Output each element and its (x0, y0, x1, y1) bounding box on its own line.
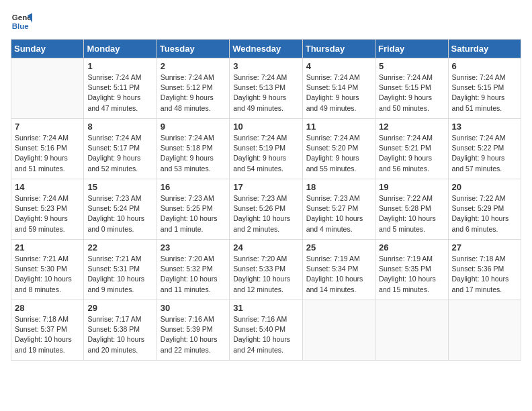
column-header-wednesday: Wednesday (230, 40, 302, 58)
day-number: 2 (161, 61, 226, 71)
day-info: Sunrise: 7:24 AM Sunset: 5:17 PM Dayligh… (87, 133, 152, 174)
day-number: 27 (452, 242, 517, 253)
svg-text:Blue: Blue (12, 22, 30, 30)
calendar-cell: 14Sunrise: 7:24 AM Sunset: 5:23 PM Dayli… (11, 179, 84, 240)
day-number: 31 (233, 303, 298, 313)
day-number: 20 (452, 182, 517, 192)
day-info: Sunrise: 7:24 AM Sunset: 5:12 PM Dayligh… (161, 73, 226, 113)
day-info: Sunrise: 7:17 AM Sunset: 5:38 PM Dayligh… (87, 314, 152, 355)
day-info: Sunrise: 7:18 AM Sunset: 5:36 PM Dayligh… (452, 254, 517, 295)
day-info: Sunrise: 7:24 AM Sunset: 5:14 PM Dayligh… (306, 73, 371, 113)
column-header-tuesday: Tuesday (157, 40, 229, 58)
calendar-cell: 15Sunrise: 7:23 AM Sunset: 5:24 PM Dayli… (84, 179, 157, 240)
day-number: 6 (452, 61, 517, 71)
day-info: Sunrise: 7:24 AM Sunset: 5:15 PM Dayligh… (379, 73, 444, 113)
calendar-cell: 8Sunrise: 7:24 AM Sunset: 5:17 PM Daylig… (84, 119, 157, 179)
calendar-cell (448, 300, 521, 361)
calendar-cell: 2Sunrise: 7:24 AM Sunset: 5:12 PM Daylig… (157, 58, 229, 119)
day-info: Sunrise: 7:24 AM Sunset: 5:15 PM Dayligh… (452, 73, 517, 113)
day-number: 4 (306, 61, 371, 71)
column-header-monday: Monday (84, 40, 157, 58)
day-info: Sunrise: 7:20 AM Sunset: 5:33 PM Dayligh… (233, 254, 298, 295)
calendar-cell: 4Sunrise: 7:24 AM Sunset: 5:14 PM Daylig… (302, 58, 375, 119)
day-number: 16 (161, 182, 226, 192)
week-row-5: 28Sunrise: 7:18 AM Sunset: 5:37 PM Dayli… (11, 300, 521, 361)
week-row-4: 21Sunrise: 7:21 AM Sunset: 5:30 PM Dayli… (11, 240, 521, 300)
week-row-1: 1Sunrise: 7:24 AM Sunset: 5:11 PM Daylig… (11, 58, 521, 119)
day-number: 9 (161, 122, 226, 132)
day-info: Sunrise: 7:18 AM Sunset: 5:37 PM Dayligh… (15, 314, 80, 355)
logo-icon: General Blue (11, 11, 32, 32)
calendar-cell: 30Sunrise: 7:16 AM Sunset: 5:39 PM Dayli… (157, 300, 229, 361)
day-info: Sunrise: 7:24 AM Sunset: 5:23 PM Dayligh… (15, 193, 80, 234)
day-info: Sunrise: 7:22 AM Sunset: 5:28 PM Dayligh… (379, 193, 444, 234)
day-number: 3 (233, 61, 298, 71)
day-number: 28 (15, 303, 80, 313)
day-number: 10 (233, 122, 298, 132)
calendar-table: SundayMondayTuesdayWednesdayThursdayFrid… (11, 39, 521, 361)
day-info: Sunrise: 7:19 AM Sunset: 5:34 PM Dayligh… (306, 254, 371, 295)
calendar-cell: 12Sunrise: 7:24 AM Sunset: 5:21 PM Dayli… (375, 119, 448, 179)
column-header-thursday: Thursday (302, 40, 375, 58)
day-info: Sunrise: 7:24 AM Sunset: 5:21 PM Dayligh… (379, 133, 444, 174)
week-row-3: 14Sunrise: 7:24 AM Sunset: 5:23 PM Dayli… (11, 179, 521, 240)
day-number: 19 (379, 182, 444, 192)
calendar-cell: 9Sunrise: 7:24 AM Sunset: 5:18 PM Daylig… (157, 119, 229, 179)
calendar-cell: 19Sunrise: 7:22 AM Sunset: 5:28 PM Dayli… (375, 179, 448, 240)
day-number: 5 (379, 61, 444, 71)
calendar-cell: 26Sunrise: 7:19 AM Sunset: 5:35 PM Dayli… (375, 240, 448, 300)
day-info: Sunrise: 7:24 AM Sunset: 5:22 PM Dayligh… (452, 133, 517, 174)
calendar-cell: 21Sunrise: 7:21 AM Sunset: 5:30 PM Dayli… (11, 240, 84, 300)
day-info: Sunrise: 7:16 AM Sunset: 5:39 PM Dayligh… (161, 314, 226, 355)
calendar-cell: 27Sunrise: 7:18 AM Sunset: 5:36 PM Dayli… (448, 240, 521, 300)
day-number: 23 (161, 242, 226, 253)
calendar-cell: 31Sunrise: 7:16 AM Sunset: 5:40 PM Dayli… (230, 300, 302, 361)
day-info: Sunrise: 7:19 AM Sunset: 5:35 PM Dayligh… (379, 254, 444, 295)
day-info: Sunrise: 7:23 AM Sunset: 5:25 PM Dayligh… (161, 193, 226, 234)
day-info: Sunrise: 7:24 AM Sunset: 5:19 PM Dayligh… (233, 133, 298, 174)
calendar-cell: 28Sunrise: 7:18 AM Sunset: 5:37 PM Dayli… (11, 300, 84, 361)
calendar-cell: 13Sunrise: 7:24 AM Sunset: 5:22 PM Dayli… (448, 119, 521, 179)
calendar-cell: 3Sunrise: 7:24 AM Sunset: 5:13 PM Daylig… (230, 58, 302, 119)
day-number: 1 (87, 61, 152, 71)
calendar-cell (375, 300, 448, 361)
logo: General Blue (11, 11, 32, 32)
day-number: 8 (87, 122, 152, 132)
day-info: Sunrise: 7:21 AM Sunset: 5:31 PM Dayligh… (87, 254, 152, 295)
day-number: 14 (15, 182, 80, 192)
day-number: 25 (306, 242, 371, 253)
day-number: 12 (379, 122, 444, 132)
calendar-cell (302, 300, 375, 361)
calendar-cell: 17Sunrise: 7:23 AM Sunset: 5:26 PM Dayli… (230, 179, 302, 240)
header-row: SundayMondayTuesdayWednesdayThursdayFrid… (11, 40, 521, 58)
day-info: Sunrise: 7:22 AM Sunset: 5:29 PM Dayligh… (452, 193, 517, 234)
day-info: Sunrise: 7:21 AM Sunset: 5:30 PM Dayligh… (15, 254, 80, 295)
day-info: Sunrise: 7:23 AM Sunset: 5:27 PM Dayligh… (306, 193, 371, 234)
calendar-cell: 5Sunrise: 7:24 AM Sunset: 5:15 PM Daylig… (375, 58, 448, 119)
calendar-cell: 16Sunrise: 7:23 AM Sunset: 5:25 PM Dayli… (157, 179, 229, 240)
calendar-cell: 10Sunrise: 7:24 AM Sunset: 5:19 PM Dayli… (230, 119, 302, 179)
column-header-saturday: Saturday (448, 40, 521, 58)
calendar-cell: 1Sunrise: 7:24 AM Sunset: 5:11 PM Daylig… (84, 58, 157, 119)
day-number: 7 (15, 122, 80, 132)
calendar-cell (11, 58, 84, 119)
day-number: 30 (161, 303, 226, 313)
day-number: 26 (379, 242, 444, 253)
day-info: Sunrise: 7:24 AM Sunset: 5:13 PM Dayligh… (233, 73, 298, 113)
day-number: 13 (452, 122, 517, 132)
day-info: Sunrise: 7:24 AM Sunset: 5:18 PM Dayligh… (161, 133, 226, 174)
column-header-friday: Friday (375, 40, 448, 58)
calendar-cell: 11Sunrise: 7:24 AM Sunset: 5:20 PM Dayli… (302, 119, 375, 179)
calendar-cell: 6Sunrise: 7:24 AM Sunset: 5:15 PM Daylig… (448, 58, 521, 119)
day-info: Sunrise: 7:23 AM Sunset: 5:26 PM Dayligh… (233, 193, 298, 234)
calendar-cell: 24Sunrise: 7:20 AM Sunset: 5:33 PM Dayli… (230, 240, 302, 300)
calendar-cell: 23Sunrise: 7:20 AM Sunset: 5:32 PM Dayli… (157, 240, 229, 300)
day-info: Sunrise: 7:24 AM Sunset: 5:16 PM Dayligh… (15, 133, 80, 174)
calendar-cell: 7Sunrise: 7:24 AM Sunset: 5:16 PM Daylig… (11, 119, 84, 179)
day-number: 24 (233, 242, 298, 253)
calendar-cell: 29Sunrise: 7:17 AM Sunset: 5:38 PM Dayli… (84, 300, 157, 361)
day-number: 29 (87, 303, 152, 313)
day-info: Sunrise: 7:23 AM Sunset: 5:24 PM Dayligh… (87, 193, 152, 234)
calendar-cell: 18Sunrise: 7:23 AM Sunset: 5:27 PM Dayli… (302, 179, 375, 240)
week-row-2: 7Sunrise: 7:24 AM Sunset: 5:16 PM Daylig… (11, 119, 521, 179)
